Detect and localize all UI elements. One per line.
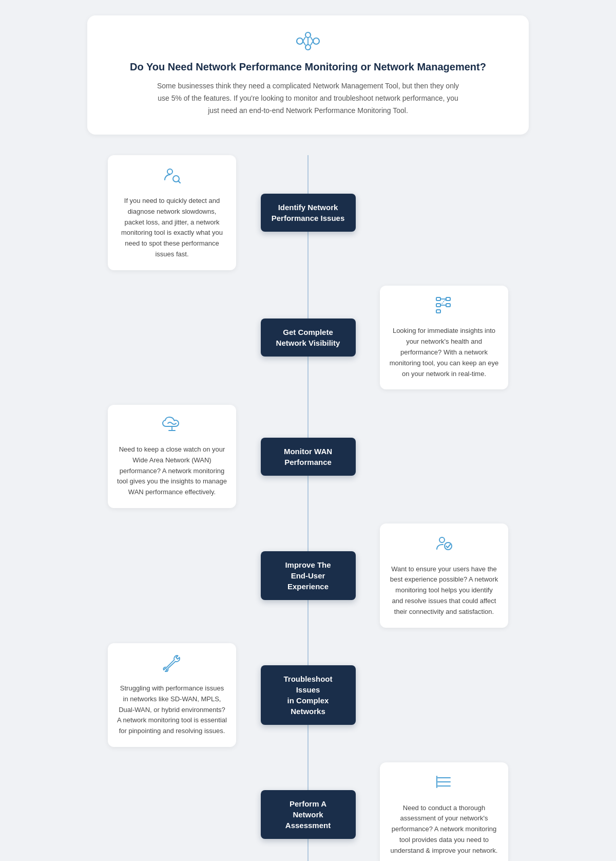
btn-visibility[interactable]: Get CompleteNetwork Visibility (257, 319, 359, 357)
header-icon (118, 31, 498, 56)
left-troubleshoot: Struggling with performance issues in ne… (87, 643, 257, 747)
btn-identify[interactable]: Identify NetworkPerformance Issues (257, 194, 359, 232)
btn-assessment[interactable]: Perform ANetwork Assessment (257, 790, 359, 839)
btn-troubleshoot[interactable]: Troubleshoot Issuesin Complex Networks (257, 665, 359, 725)
svg-point-0 (297, 38, 303, 44)
svg-point-9 (167, 169, 172, 174)
grid-nodes-icon (389, 296, 499, 321)
row-enduser: Improve TheEnd-User Experience Want to e… (87, 523, 529, 628)
btn-wan-label[interactable]: Monitor WANPerformance (261, 438, 356, 476)
user-check-icon (389, 534, 499, 559)
svg-point-1 (313, 38, 319, 44)
svg-line-7 (303, 41, 305, 45)
wrench-icon (117, 653, 227, 679)
card-identify: If you need to quickly detect and diagno… (108, 155, 236, 270)
svg-point-2 (305, 32, 311, 38)
btn-assessment-label[interactable]: Perform ANetwork Assessment (261, 790, 356, 839)
card-troubleshoot-text: Struggling with performance issues in ne… (117, 684, 227, 735)
btn-visibility-label[interactable]: Get CompleteNetwork Visibility (261, 319, 356, 357)
svg-rect-14 (436, 310, 440, 313)
right-visibility: Looking for immediate insights into your… (359, 286, 529, 390)
btn-enduser-label[interactable]: Improve TheEnd-User Experience (261, 551, 356, 600)
card-identify-text: If you need to quickly detect and diagno… (121, 197, 223, 258)
card-visibility: Looking for immediate insights into your… (380, 286, 508, 390)
cloud-monitor-icon (117, 415, 227, 439)
timeline: If you need to quickly detect and diagno… (87, 155, 529, 861)
svg-rect-12 (436, 297, 440, 301)
svg-line-8 (311, 41, 313, 45)
svg-point-3 (305, 45, 311, 50)
user-detect-icon (117, 165, 227, 191)
btn-troubleshoot-label[interactable]: Troubleshoot Issuesin Complex Networks (261, 665, 356, 725)
card-troubleshoot: Struggling with performance issues in ne… (108, 643, 236, 747)
svg-rect-15 (446, 297, 450, 301)
row-identify: If you need to quickly detect and diagno… (87, 155, 529, 270)
svg-rect-16 (446, 304, 450, 307)
card-assessment-text: Need to conduct a thorough assessment of… (391, 804, 498, 854)
card-enduser-text: Want to ensure your users have the best … (390, 565, 498, 615)
card-enduser: Want to ensure your users have the best … (380, 523, 508, 628)
header-card: Do You Need Network Performance Monitori… (87, 15, 529, 135)
left-identify: If you need to quickly detect and diagno… (87, 155, 257, 270)
row-wan: Need to keep a close watch on your Wide … (87, 405, 529, 508)
header-description: Some businesses think they need a compli… (154, 80, 462, 117)
svg-line-5 (311, 37, 313, 41)
row-visibility: Get CompleteNetwork Visibility (87, 286, 529, 390)
right-assessment: Need to conduct a thorough assessment of… (359, 762, 529, 861)
svg-point-22 (439, 537, 445, 542)
svg-line-19 (440, 299, 446, 305)
card-visibility-text: Looking for immediate insights into your… (390, 327, 498, 377)
svg-rect-13 (436, 304, 440, 307)
card-wan: Need to keep a close watch on your Wide … (108, 405, 236, 508)
btn-enduser[interactable]: Improve TheEnd-User Experience (257, 551, 359, 600)
row-assessment: Perform ANetwork Assessment Need to cond… (87, 762, 529, 861)
btn-wan[interactable]: Monitor WANPerformance (257, 438, 359, 476)
card-wan-text: Need to keep a close watch on your Wide … (117, 445, 227, 496)
card-assessment: Need to conduct a thorough assessment of… (380, 762, 508, 861)
btn-identify-label[interactable]: Identify NetworkPerformance Issues (261, 194, 356, 232)
svg-line-4 (303, 37, 305, 41)
left-wan: Need to keep a close watch on your Wide … (87, 405, 257, 508)
list-check-icon (389, 773, 499, 798)
right-enduser: Want to ensure your users have the best … (359, 523, 529, 628)
row-troubleshoot: Struggling with performance issues in ne… (87, 643, 529, 747)
header-title: Do You Need Network Performance Monitori… (118, 61, 498, 73)
svg-line-11 (178, 181, 180, 183)
